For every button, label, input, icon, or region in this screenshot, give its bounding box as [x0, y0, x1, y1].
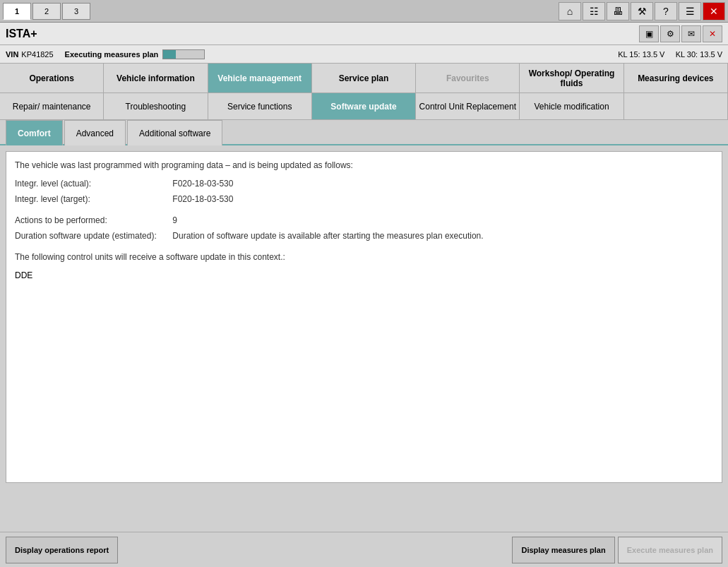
nav-row2: Repair/ maintenance Troubleshooting Serv… — [0, 93, 728, 120]
exec-progress-bar — [162, 49, 205, 59]
nav-vehicle-information[interactable]: Vehicle information — [104, 64, 208, 92]
app-close-icon[interactable]: ✕ — [703, 25, 722, 42]
nav-troubleshooting[interactable]: Troubleshooting — [104, 93, 208, 119]
actions-row: Actions to be performed: 9 — [15, 215, 713, 225]
nav-operations[interactable]: Operations — [0, 64, 104, 92]
integr-target-label: Integr. level (target): — [15, 194, 170, 204]
actions-label: Actions to be performed: — [15, 215, 170, 225]
nav-favourites[interactable]: Favourites — [416, 64, 520, 92]
home-icon[interactable]: ⌂ — [559, 2, 581, 20]
tab-1[interactable]: 1 — [3, 3, 31, 20]
kl-info: KL 15: 13.5 V KL 30: 13.5 V — [618, 50, 722, 59]
nav-service-functions[interactable]: Service functions — [208, 93, 312, 119]
tab-additional-software[interactable]: Additional software — [127, 120, 222, 145]
nav-service-plan[interactable]: Service plan — [312, 64, 416, 92]
tab-2[interactable]: 2 — [32, 3, 61, 20]
integr-target-row: Integr. level (target): F020-18-03-530 — [15, 194, 713, 204]
tab-comfort[interactable]: Comfort — [6, 120, 63, 145]
vin-label: VIN — [6, 50, 18, 59]
tab-advanced[interactable]: Advanced — [64, 120, 126, 145]
actions-value: 9 — [172, 215, 177, 225]
display-operations-report-button[interactable]: Display operations report — [6, 537, 118, 563]
integr-actual-value: F020-18-03-530 — [172, 179, 233, 189]
nav-control-unit-replacement[interactable]: Control Unit Replacement — [416, 93, 520, 119]
close-icon[interactable]: ✕ — [703, 2, 725, 20]
status-bar: VIN KP41825 Executing measures plan KL 1… — [0, 45, 728, 64]
nav-repair-maintenance[interactable]: Repair/ maintenance — [0, 93, 104, 119]
vin-value: KP41825 — [21, 50, 53, 59]
wrench-icon[interactable]: ⚒ — [631, 2, 653, 20]
copy-icon[interactable]: ▣ — [639, 25, 659, 42]
display-measures-plan-button[interactable]: Display measures plan — [512, 537, 614, 563]
control-units-header: The following control units will receive… — [15, 252, 713, 262]
duration-value: Duration of software update is available… — [172, 231, 483, 241]
execute-measures-plan-button[interactable]: Execute measures plan — [618, 537, 722, 563]
title-bar: 1 2 3 ⌂ ☷ 🖶 ⚒ ? ☰ ✕ — [0, 0, 728, 23]
nav-vehicle-management[interactable]: Vehicle management — [208, 64, 312, 92]
duration-label: Duration software update (estimated): — [15, 231, 170, 241]
nav-workshop-fluids[interactable]: Workshop/ Operating fluids — [520, 64, 623, 92]
integr-actual-row: Integr. level (actual): F020-18-03-530 — [15, 179, 713, 189]
exec-label: Executing measures plan — [65, 50, 159, 59]
help-icon[interactable]: ? — [655, 2, 677, 20]
nav-empty — [624, 93, 728, 119]
control-units-value: DDE — [15, 270, 713, 280]
nav-measuring-devices[interactable]: Measuring devices — [624, 64, 728, 92]
sub-tabs: Comfort Advanced Additional software — [0, 120, 728, 145]
kl30-value: KL 30: 13.5 V — [676, 50, 722, 59]
kl15-value: KL 15: 13.5 V — [618, 50, 664, 59]
list-icon[interactable]: ☰ — [679, 2, 701, 20]
grid-icon[interactable]: ☷ — [583, 2, 605, 20]
exec-progress-fill — [163, 50, 175, 59]
integr-actual-label: Integr. level (actual): — [15, 179, 170, 189]
bottom-bar: Display operations report Display measur… — [0, 532, 728, 567]
duration-row: Duration software update (estimated): Du… — [15, 231, 713, 241]
content-area: The vehicle was last programmed with pro… — [6, 151, 722, 483]
nav-vehicle-modification[interactable]: Vehicle modification — [520, 93, 623, 119]
content-intro: The vehicle was last programmed with pro… — [15, 160, 713, 170]
nav-software-update[interactable]: Software update — [312, 93, 416, 119]
app-header: ISTA+ ▣ ⚙ ✉ ✕ — [0, 23, 728, 45]
printer-icon[interactable]: 🖶 — [607, 2, 629, 20]
app-title: ISTA+ — [6, 28, 638, 40]
nav-row1: Operations Vehicle information Vehicle m… — [0, 64, 728, 93]
gear-icon[interactable]: ⚙ — [660, 25, 680, 42]
integr-target-value: F020-18-03-530 — [172, 194, 233, 204]
tab-3[interactable]: 3 — [62, 3, 90, 20]
email-icon[interactable]: ✉ — [681, 25, 701, 42]
